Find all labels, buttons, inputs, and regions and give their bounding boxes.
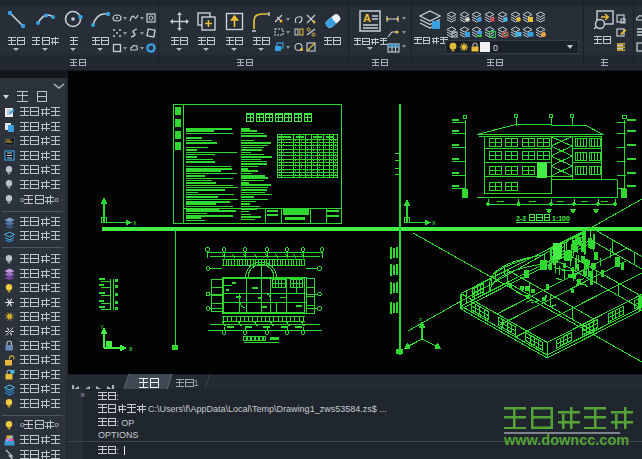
svg-text:2-2: 2-2	[516, 215, 526, 222]
svg-text:Y: Y	[100, 324, 104, 330]
svg-text:1:100: 1:100	[552, 215, 570, 222]
svg-text:z: z	[419, 316, 422, 322]
svg-text:x: x	[432, 219, 436, 226]
svg-text:A: A	[363, 12, 371, 24]
svg-text:x: x	[133, 219, 137, 226]
svg-text:x: x	[129, 345, 133, 352]
